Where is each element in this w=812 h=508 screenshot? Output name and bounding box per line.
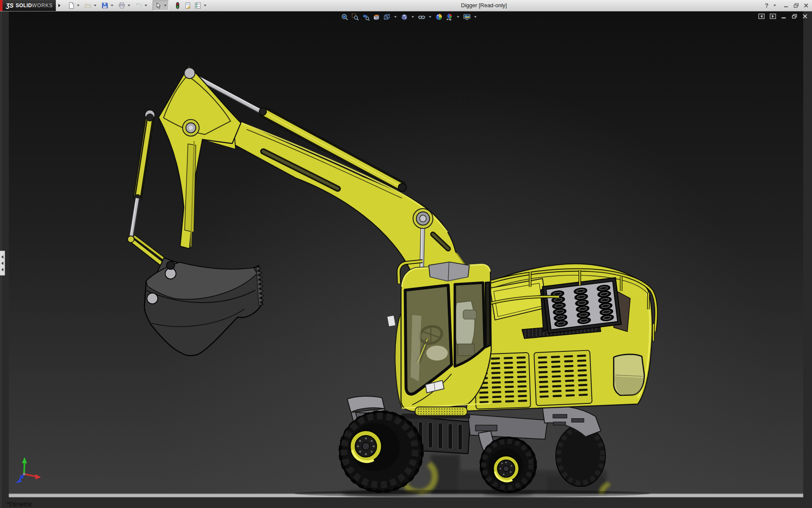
titlebar: ƷS SOLIDWORKS: [0, 0, 812, 11]
save-dropdown[interactable]: [111, 5, 113, 6]
zoom-to-fit-icon: [341, 13, 348, 21]
hide-show-items-dropdown[interactable]: [429, 16, 431, 18]
file-properties-icon: [184, 2, 191, 9]
section-view-button[interactable]: [372, 12, 381, 21]
rebuild-button[interactable]: [173, 1, 182, 10]
model-scene: [0, 11, 812, 508]
new-document-icon: [68, 2, 74, 9]
save-button[interactable]: [100, 1, 110, 10]
print-button[interactable]: [117, 1, 126, 10]
collapsed-panel-expander[interactable]: [0, 251, 5, 276]
brand-name-secondary: WORKS: [32, 3, 53, 8]
help-button[interactable]: ?: [765, 2, 768, 9]
undo-button[interactable]: [134, 1, 143, 10]
doc-minimize-button[interactable]: [781, 13, 787, 21]
wheel-rear-far: [556, 425, 605, 486]
options-button[interactable]: [193, 1, 203, 10]
select-tool-active: [153, 0, 169, 11]
menu-flyout-icon[interactable]: [58, 4, 60, 7]
sill-grille: [415, 407, 467, 416]
new-dropdown[interactable]: [77, 5, 80, 6]
collapse-right-pane-button[interactable]: [770, 13, 776, 21]
app-close-button[interactable]: [804, 3, 809, 8]
display-style-button[interactable]: [400, 12, 409, 21]
doc-close-button[interactable]: [802, 13, 808, 21]
zoom-to-area-button[interactable]: [351, 12, 359, 21]
app-restore-button[interactable]: [793, 3, 799, 8]
engine-block: [543, 278, 621, 334]
wheel-front-left: [340, 411, 422, 492]
undo-icon: [135, 2, 142, 9]
save-icon: [102, 2, 108, 9]
apply-scene-icon: [446, 13, 453, 21]
hide-show-items-button[interactable]: [417, 12, 426, 21]
options-icon: [195, 2, 201, 9]
doc-restore-button[interactable]: [792, 13, 797, 21]
3ds-logo-icon: ƷS: [6, 2, 14, 9]
display-style-icon: [401, 13, 408, 21]
hide-show-items-glasses-icon: [418, 13, 425, 21]
edit-appearance-button[interactable]: [434, 12, 443, 21]
brand-name-primary: SOLID: [16, 3, 32, 8]
document-title: Digger [Read-only]: [461, 2, 507, 8]
view-orientation-label: *Dimetric: [7, 500, 33, 508]
select-dropdown[interactable]: [164, 5, 167, 6]
graphics-viewport[interactable]: *Dimetric: [0, 11, 812, 508]
view-settings-dropdown[interactable]: [474, 16, 477, 18]
previous-view-icon: [362, 13, 370, 21]
open-folder-icon: [85, 2, 91, 9]
rebuild-traffic-light-icon: [174, 2, 181, 9]
open-dropdown[interactable]: [94, 5, 96, 6]
heads-up-view-toolbar: [340, 12, 478, 21]
help-dropdown[interactable]: [774, 5, 776, 6]
zoom-to-fit-button[interactable]: [340, 12, 349, 21]
print-icon: [118, 2, 125, 9]
apply-scene-button[interactable]: [445, 12, 454, 21]
expand-left-arrow-icon: [1, 262, 3, 265]
zoom-to-area-icon: [351, 13, 359, 21]
expand-left-arrow-icon: [1, 255, 3, 259]
edit-appearance-icon: [435, 13, 443, 21]
wheel-rear-near: [480, 438, 536, 492]
view-orientation-icon: [383, 13, 391, 21]
view-orientation-button[interactable]: [382, 12, 391, 21]
solidworks-logo: ƷS SOLIDWORKS: [3, 0, 56, 11]
expand-left-arrow-icon: [1, 268, 3, 271]
open-button[interactable]: [83, 1, 93, 10]
rear-window: [614, 354, 644, 395]
document-window-controls: [758, 13, 808, 21]
roof-unit: [429, 262, 469, 281]
engine-housing: [466, 264, 656, 411]
select-tool-button[interactable]: [154, 1, 163, 10]
apply-scene-dropdown[interactable]: [457, 16, 459, 18]
main-toolbar: [66, 0, 209, 11]
file-properties-button[interactable]: [183, 1, 192, 10]
print-dropdown[interactable]: [128, 5, 130, 6]
view-settings-button[interactable]: [462, 12, 471, 21]
new-document-button[interactable]: [66, 1, 76, 10]
collapse-left-pane-button[interactable]: [758, 13, 765, 21]
undo-dropdown[interactable]: [145, 5, 147, 6]
section-view-icon: [373, 13, 380, 21]
view-settings-icon: [463, 13, 471, 21]
previous-view-button[interactable]: [361, 12, 370, 21]
options-dropdown[interactable]: [204, 5, 206, 6]
cab: [387, 261, 491, 416]
view-orientation-dropdown[interactable]: [394, 16, 397, 18]
display-style-dropdown[interactable]: [411, 16, 414, 18]
app-window-controls: ?: [765, 0, 809, 11]
app-minimize-button[interactable]: [784, 3, 789, 8]
select-cursor-icon: [155, 2, 162, 9]
